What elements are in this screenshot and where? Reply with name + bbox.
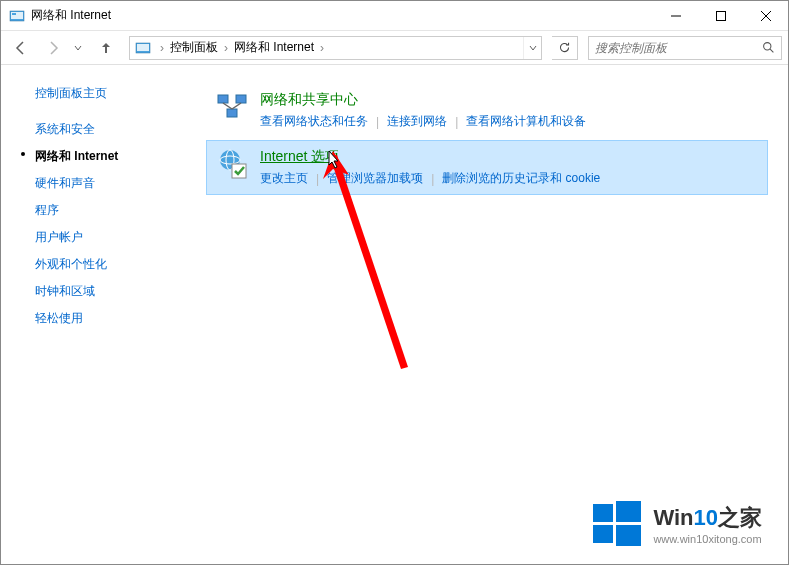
- category-network-sharing: 网络和共享中心 查看网络状态和任务 | 连接到网络 | 查看网络计算机和设备: [206, 83, 768, 138]
- category-body: Internet 选项 更改主页 | 管理浏览器加载项 | 删除浏览的历史记录和…: [260, 148, 758, 187]
- window-controls: [653, 1, 788, 31]
- sidebar-item-appearance[interactable]: 外观和个性化: [21, 251, 206, 278]
- address-bar[interactable]: › 控制面板 › 网络和 Internet ›: [129, 36, 542, 60]
- svg-line-15: [232, 103, 241, 109]
- watermark-suffix: 之家: [718, 505, 762, 530]
- watermark-url: www.win10xitong.com: [653, 533, 762, 545]
- link-view-computers[interactable]: 查看网络计算机和设备: [466, 113, 586, 130]
- link-separator: |: [316, 172, 319, 186]
- svg-rect-20: [593, 504, 613, 522]
- link-view-network-status[interactable]: 查看网络状态和任务: [260, 113, 368, 130]
- sidebar: 控制面板主页 系统和安全 网络和 Internet 硬件和声音 程序 用户帐户 …: [1, 65, 206, 564]
- breadcrumb-separator: ›: [316, 41, 328, 55]
- sidebar-item-user-accounts[interactable]: 用户帐户: [21, 224, 206, 251]
- breadcrumb-item[interactable]: 控制面板: [168, 39, 220, 56]
- svg-line-10: [770, 49, 773, 52]
- link-change-homepage[interactable]: 更改主页: [260, 170, 308, 187]
- breadcrumb: 控制面板 › 网络和 Internet ›: [168, 39, 523, 56]
- category-links: 更改主页 | 管理浏览器加载项 | 删除浏览的历史记录和 cookie: [260, 170, 758, 187]
- sidebar-item-programs[interactable]: 程序: [21, 197, 206, 224]
- control-panel-icon: [9, 8, 25, 24]
- svg-rect-4: [716, 11, 725, 20]
- sidebar-item-network-internet[interactable]: 网络和 Internet: [21, 143, 206, 170]
- link-manage-addons[interactable]: 管理浏览器加载项: [327, 170, 423, 187]
- svg-rect-22: [593, 525, 613, 543]
- up-button[interactable]: [93, 35, 119, 61]
- sidebar-title[interactable]: 控制面板主页: [21, 85, 206, 102]
- link-separator: |: [431, 172, 434, 186]
- link-connect-network[interactable]: 连接到网络: [387, 113, 447, 130]
- back-button[interactable]: [7, 34, 35, 62]
- search-input[interactable]: [589, 41, 755, 55]
- category-body: 网络和共享中心 查看网络状态和任务 | 连接到网络 | 查看网络计算机和设备: [260, 91, 758, 130]
- maximize-button[interactable]: [698, 1, 743, 31]
- watermark-text: Win10之家 www.win10xitong.com: [653, 503, 762, 545]
- search-icon[interactable]: [755, 41, 781, 54]
- svg-line-14: [223, 103, 232, 109]
- control-panel-icon: [135, 40, 151, 56]
- refresh-button[interactable]: [552, 36, 578, 60]
- svg-point-9: [763, 43, 770, 50]
- svg-rect-11: [218, 95, 228, 103]
- forward-button[interactable]: [39, 34, 67, 62]
- address-dropdown-icon[interactable]: [523, 37, 541, 59]
- history-dropdown-icon[interactable]: [71, 44, 85, 52]
- svg-rect-23: [616, 525, 641, 546]
- window-title: 网络和 Internet: [31, 7, 653, 24]
- windows-logo-icon: [591, 498, 643, 550]
- category-title[interactable]: 网络和共享中心: [260, 91, 758, 109]
- svg-rect-21: [616, 501, 641, 522]
- breadcrumb-separator: ›: [220, 41, 232, 55]
- breadcrumb-item[interactable]: 网络和 Internet: [232, 39, 316, 56]
- link-separator: |: [455, 115, 458, 129]
- network-sharing-icon: [216, 91, 248, 123]
- close-button[interactable]: [743, 1, 788, 31]
- sidebar-item-ease-of-access[interactable]: 轻松使用: [21, 305, 206, 332]
- category-title[interactable]: Internet 选项: [260, 148, 758, 166]
- watermark-prefix: Win: [653, 505, 693, 530]
- svg-rect-13: [227, 109, 237, 117]
- watermark: Win10之家 www.win10xitong.com: [591, 498, 762, 550]
- link-separator: |: [376, 115, 379, 129]
- breadcrumb-separator: ›: [156, 41, 168, 55]
- sidebar-item-clock-region[interactable]: 时钟和区域: [21, 278, 206, 305]
- svg-rect-2: [12, 13, 16, 15]
- titlebar: 网络和 Internet: [1, 1, 788, 31]
- watermark-accent: 10: [694, 505, 718, 530]
- category-internet-options: Internet 选项 更改主页 | 管理浏览器加载项 | 删除浏览的历史记录和…: [206, 140, 768, 195]
- link-delete-history[interactable]: 删除浏览的历史记录和 cookie: [442, 170, 600, 187]
- category-links: 查看网络状态和任务 | 连接到网络 | 查看网络计算机和设备: [260, 113, 758, 130]
- search-box: [588, 36, 782, 60]
- sidebar-item-hardware-sound[interactable]: 硬件和声音: [21, 170, 206, 197]
- content-area: 控制面板主页 系统和安全 网络和 Internet 硬件和声音 程序 用户帐户 …: [1, 65, 788, 564]
- toolbar: › 控制面板 › 网络和 Internet ›: [1, 31, 788, 65]
- svg-rect-8: [137, 44, 149, 51]
- sidebar-item-system-security[interactable]: 系统和安全: [21, 116, 206, 143]
- internet-options-icon: [216, 148, 248, 180]
- minimize-button[interactable]: [653, 1, 698, 31]
- svg-rect-12: [236, 95, 246, 103]
- watermark-title: Win10之家: [653, 503, 762, 533]
- main-panel: 网络和共享中心 查看网络状态和任务 | 连接到网络 | 查看网络计算机和设备: [206, 65, 788, 564]
